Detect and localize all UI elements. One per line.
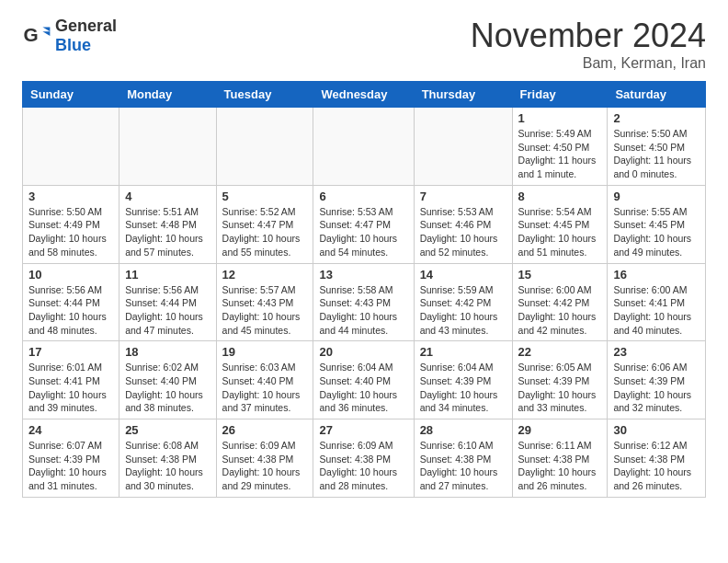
day-info: Sunrise: 6:00 AM Sunset: 4:42 PM Dayligh… [518, 283, 602, 338]
calendar-cell: 25Sunrise: 6:08 AM Sunset: 4:38 PM Dayli… [119, 419, 216, 498]
calendar-cell: 14Sunrise: 5:59 AM Sunset: 4:42 PM Dayli… [414, 263, 512, 341]
day-number: 15 [518, 268, 602, 282]
calendar-week-3: 17Sunrise: 6:01 AM Sunset: 4:41 PM Dayli… [23, 341, 706, 419]
day-number: 20 [319, 345, 407, 359]
calendar-cell: 20Sunrise: 6:04 AM Sunset: 4:40 PM Dayli… [313, 341, 414, 419]
day-info: Sunrise: 6:04 AM Sunset: 4:40 PM Dayligh… [319, 361, 407, 415]
logo: G General Blue [22, 17, 117, 55]
day-info: Sunrise: 6:11 AM Sunset: 4:38 PM Dayligh… [518, 439, 602, 493]
day-number: 6 [319, 190, 407, 203]
calendar-cell: 22Sunrise: 6:05 AM Sunset: 4:39 PM Dayli… [512, 341, 608, 419]
weekday-header-saturday: Saturday [608, 82, 706, 108]
day-number: 9 [613, 190, 700, 203]
month-title: November 2024 [471, 17, 706, 55]
calendar-cell: 17Sunrise: 6:01 AM Sunset: 4:41 PM Dayli… [23, 341, 119, 419]
day-number: 7 [420, 190, 506, 203]
calendar-cell: 16Sunrise: 6:00 AM Sunset: 4:41 PM Dayli… [608, 263, 706, 341]
day-info: Sunrise: 6:00 AM Sunset: 4:41 PM Dayligh… [613, 283, 700, 338]
day-info: Sunrise: 6:09 AM Sunset: 4:38 PM Dayligh… [222, 439, 308, 493]
day-info: Sunrise: 6:01 AM Sunset: 4:41 PM Dayligh… [28, 361, 113, 415]
calendar-cell [313, 108, 414, 186]
calendar-cell: 6Sunrise: 5:53 AM Sunset: 4:47 PM Daylig… [313, 185, 414, 263]
day-info: Sunrise: 6:10 AM Sunset: 4:38 PM Dayligh… [420, 439, 506, 493]
logo-blue: Blue [55, 36, 117, 55]
weekday-header-row: SundayMondayTuesdayWednesdayThursdayFrid… [23, 82, 706, 108]
day-number: 28 [420, 423, 506, 437]
day-info: Sunrise: 5:57 AM Sunset: 4:43 PM Dayligh… [222, 283, 308, 338]
weekday-header-monday: Monday [119, 82, 216, 108]
day-number: 5 [222, 190, 308, 203]
calendar-cell [119, 108, 216, 186]
calendar-table: SundayMondayTuesdayWednesdayThursdayFrid… [22, 81, 706, 498]
day-info: Sunrise: 6:02 AM Sunset: 4:40 PM Dayligh… [125, 361, 210, 415]
day-info: Sunrise: 5:55 AM Sunset: 4:45 PM Dayligh… [613, 205, 700, 259]
day-info: Sunrise: 6:03 AM Sunset: 4:40 PM Dayligh… [222, 361, 308, 415]
calendar-cell: 23Sunrise: 6:06 AM Sunset: 4:39 PM Dayli… [608, 341, 706, 419]
day-number: 21 [420, 345, 506, 359]
day-info: Sunrise: 5:50 AM Sunset: 4:49 PM Dayligh… [28, 205, 113, 259]
calendar-week-1: 3Sunrise: 5:50 AM Sunset: 4:49 PM Daylig… [23, 185, 706, 263]
logo-icon: G [22, 21, 51, 51]
day-info: Sunrise: 5:53 AM Sunset: 4:47 PM Dayligh… [319, 205, 407, 259]
day-info: Sunrise: 5:59 AM Sunset: 4:42 PM Dayligh… [420, 283, 506, 338]
day-number: 16 [613, 268, 700, 282]
day-number: 24 [28, 423, 113, 437]
day-info: Sunrise: 6:12 AM Sunset: 4:38 PM Dayligh… [613, 439, 700, 493]
calendar-cell [414, 108, 512, 186]
day-info: Sunrise: 5:56 AM Sunset: 4:44 PM Dayligh… [28, 283, 113, 338]
day-info: Sunrise: 5:54 AM Sunset: 4:45 PM Dayligh… [518, 205, 602, 259]
logo-text: General Blue [55, 17, 117, 55]
day-info: Sunrise: 5:49 AM Sunset: 4:50 PM Dayligh… [518, 127, 602, 181]
calendar-cell: 4Sunrise: 5:51 AM Sunset: 4:48 PM Daylig… [119, 185, 216, 263]
calendar-cell: 30Sunrise: 6:12 AM Sunset: 4:38 PM Dayli… [608, 419, 706, 498]
svg-text:G: G [24, 24, 39, 45]
weekday-header-friday: Friday [512, 82, 608, 108]
weekday-header-tuesday: Tuesday [216, 82, 313, 108]
calendar-week-0: 1Sunrise: 5:49 AM Sunset: 4:50 PM Daylig… [23, 108, 706, 186]
day-number: 23 [613, 345, 700, 359]
location: Bam, Kerman, Iran [471, 55, 706, 72]
day-number: 1 [518, 111, 602, 125]
calendar-cell: 10Sunrise: 5:56 AM Sunset: 4:44 PM Dayli… [23, 263, 119, 341]
calendar-wrapper: SundayMondayTuesdayWednesdayThursdayFrid… [0, 81, 728, 509]
day-number: 12 [222, 268, 308, 282]
logo-general: General [55, 17, 117, 36]
day-number: 8 [518, 190, 602, 203]
day-info: Sunrise: 6:04 AM Sunset: 4:39 PM Dayligh… [420, 361, 506, 415]
calendar-cell: 18Sunrise: 6:02 AM Sunset: 4:40 PM Dayli… [119, 341, 216, 419]
day-number: 10 [28, 268, 113, 282]
calendar-week-4: 24Sunrise: 6:07 AM Sunset: 4:39 PM Dayli… [23, 419, 706, 498]
calendar-cell: 19Sunrise: 6:03 AM Sunset: 4:40 PM Dayli… [216, 341, 313, 419]
calendar-cell [23, 108, 119, 186]
calendar-cell: 27Sunrise: 6:09 AM Sunset: 4:38 PM Dayli… [313, 419, 414, 498]
day-info: Sunrise: 6:09 AM Sunset: 4:38 PM Dayligh… [319, 439, 407, 493]
day-number: 18 [125, 345, 210, 359]
calendar-cell: 29Sunrise: 6:11 AM Sunset: 4:38 PM Dayli… [512, 419, 608, 498]
day-number: 11 [125, 268, 210, 282]
day-number: 19 [222, 345, 308, 359]
calendar-cell: 28Sunrise: 6:10 AM Sunset: 4:38 PM Dayli… [414, 419, 512, 498]
calendar-cell: 15Sunrise: 6:00 AM Sunset: 4:42 PM Dayli… [512, 263, 608, 341]
calendar-cell: 26Sunrise: 6:09 AM Sunset: 4:38 PM Dayli… [216, 419, 313, 498]
calendar-cell: 21Sunrise: 6:04 AM Sunset: 4:39 PM Dayli… [414, 341, 512, 419]
day-info: Sunrise: 6:07 AM Sunset: 4:39 PM Dayligh… [28, 439, 113, 493]
calendar-cell: 8Sunrise: 5:54 AM Sunset: 4:45 PM Daylig… [512, 185, 608, 263]
weekday-header-thursday: Thursday [414, 82, 512, 108]
title-area: November 2024 Bam, Kerman, Iran [471, 17, 706, 72]
calendar-cell: 24Sunrise: 6:07 AM Sunset: 4:39 PM Dayli… [23, 419, 119, 498]
calendar-cell: 7Sunrise: 5:53 AM Sunset: 4:46 PM Daylig… [414, 185, 512, 263]
calendar-cell: 3Sunrise: 5:50 AM Sunset: 4:49 PM Daylig… [23, 185, 119, 263]
day-number: 29 [518, 423, 602, 437]
day-info: Sunrise: 5:51 AM Sunset: 4:48 PM Dayligh… [125, 205, 210, 259]
day-number: 14 [420, 268, 506, 282]
calendar-body: 1Sunrise: 5:49 AM Sunset: 4:50 PM Daylig… [23, 108, 706, 498]
calendar-cell: 11Sunrise: 5:56 AM Sunset: 4:44 PM Dayli… [119, 263, 216, 341]
weekday-header-wednesday: Wednesday [313, 82, 414, 108]
day-number: 2 [613, 111, 700, 125]
day-number: 4 [125, 190, 210, 203]
day-info: Sunrise: 6:05 AM Sunset: 4:39 PM Dayligh… [518, 361, 602, 415]
calendar-cell: 12Sunrise: 5:57 AM Sunset: 4:43 PM Dayli… [216, 263, 313, 341]
day-info: Sunrise: 5:50 AM Sunset: 4:50 PM Dayligh… [613, 127, 700, 181]
day-info: Sunrise: 6:08 AM Sunset: 4:38 PM Dayligh… [125, 439, 210, 493]
calendar-cell: 5Sunrise: 5:52 AM Sunset: 4:47 PM Daylig… [216, 185, 313, 263]
